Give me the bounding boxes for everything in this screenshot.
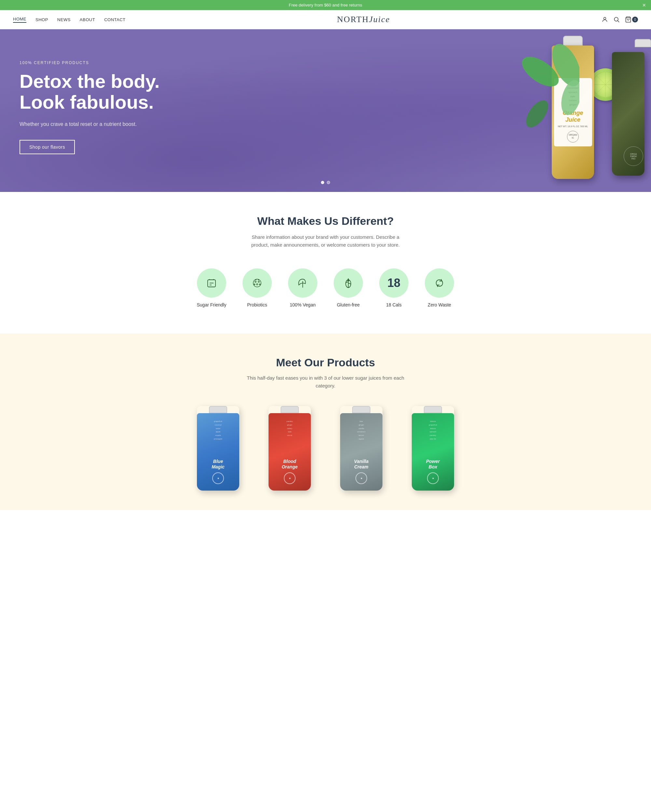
power-box-label: PowerBox [426, 459, 440, 470]
cart-icon[interactable] [625, 16, 631, 23]
account-icon[interactable] [602, 16, 608, 23]
svg-point-7 [522, 97, 552, 131]
features-title: What Makes Us Different? [13, 215, 638, 227]
feature-probiotics: Probiotics [241, 269, 274, 307]
header: HOME SHOP NEWS ABOUT CONTACT NORTHJuice … [0, 10, 651, 29]
hero-dot-2[interactable] [327, 181, 330, 184]
hero-cta-button[interactable]: Shop our flavors [20, 140, 75, 154]
vanilla-cream-bottle: kiwigingervanillacinnamonlemonagave Vani… [340, 406, 382, 491]
dark-bottle-badge: ORGAFARMING [623, 147, 643, 166]
nav-news[interactable]: NEWS [57, 17, 70, 22]
announcement-close[interactable]: × [642, 2, 646, 8]
logo-italic: Juice [369, 15, 390, 24]
feature-sugar-friendly: Sugar Friendly [195, 269, 228, 307]
hero-content: 100% CERTIFIED PRODUCTS Detox the body. … [20, 61, 176, 154]
cals-icon: 18 [379, 269, 408, 298]
probiotics-label: Probiotics [247, 302, 267, 307]
blue-magic-badge: ★ [212, 472, 224, 484]
svg-point-23 [260, 284, 260, 285]
main-nav: HOME SHOP NEWS ABOUT CONTACT [13, 17, 126, 23]
feature-vegan: 100% Vegan [286, 269, 319, 307]
svg-rect-13 [208, 280, 215, 287]
products-section: Meet Our Products This half-day fast eas… [0, 333, 651, 510]
blue-magic-ingredients: grapefruitcoconutwaterapplesupplepineapp… [197, 420, 239, 441]
product-vanilla-cream[interactable]: kiwigingervanillacinnamonlemonagave Vani… [330, 406, 392, 491]
blood-orange-cap [281, 406, 299, 413]
cart-count: 0 [632, 17, 638, 23]
power-box-badge: ★ [427, 472, 439, 484]
svg-point-24 [255, 279, 256, 280]
svg-point-21 [257, 284, 258, 285]
features-subtitle: Share information about your brand with … [244, 233, 407, 249]
features-grid: Sugar Friendly Probiotics [13, 269, 638, 307]
leaves-decoration [521, 39, 579, 137]
blue-magic-bottle: grapefruitcoconutwaterapplesupplepineapp… [197, 406, 239, 491]
header-icons: 0 [602, 16, 638, 23]
hero-image-area: applecucumberspinachkaleLemonginger Oran… [293, 29, 651, 192]
power-box-bottle: lettucegrapefruitlettucespinachparsleyal… [412, 406, 454, 491]
hero-dots [321, 181, 330, 184]
hero-subtitle: Whether you crave a total reset or a nut… [20, 121, 176, 128]
bottle-dark: ORGAFARMING [612, 52, 645, 176]
nav-contact[interactable]: CONTACT [104, 17, 125, 22]
blue-magic-cap [209, 406, 227, 413]
power-box-body: lettucegrapefruitlettucespinachparsleyal… [412, 413, 454, 491]
svg-point-1 [614, 17, 618, 21]
svg-point-5 [558, 78, 579, 118]
gluten-free-label: Gluten-free [337, 302, 360, 307]
product-blue-magic[interactable]: grapefruitcoconutwaterapplesupplepineapp… [187, 406, 249, 491]
product-blood-orange[interactable]: parsleygingercelerykalecarrot BloodOrang… [259, 406, 321, 491]
vanilla-cream-label: VanillaCream [354, 459, 369, 470]
svg-line-2 [618, 21, 619, 23]
power-box-ingredients: lettucegrapefruitlettucespinachparsleyal… [412, 420, 454, 441]
cals-label: 18 Cals [386, 302, 401, 307]
zero-waste-icon [425, 269, 454, 298]
cart-icon-wrap[interactable]: 0 [625, 16, 638, 23]
feature-18-cals: 18 18 Cals [377, 269, 410, 307]
feature-zero-waste: Zero Waste [423, 269, 456, 307]
blue-magic-label: BlueMagic [212, 459, 225, 470]
vegan-label: 100% Vegan [290, 302, 315, 307]
logo: NORTHJuice [126, 15, 602, 24]
svg-point-22 [254, 284, 255, 285]
probiotics-icon [243, 269, 272, 298]
blood-orange-label: BloodOrange [281, 459, 298, 470]
nav-home[interactable]: HOME [13, 17, 26, 23]
svg-point-0 [604, 17, 606, 20]
svg-point-25 [258, 279, 259, 280]
products-subtitle: This half-day fast eases you in with 3 o… [244, 374, 407, 390]
features-section: What Makes Us Different? Share informati… [0, 192, 651, 333]
products-title: Meet Our Products [13, 356, 638, 369]
nav-about[interactable]: ABOUT [80, 17, 95, 22]
vanilla-cream-badge: ★ [355, 472, 367, 484]
vanilla-cream-ingredients: kiwigingervanillacinnamonlemonagave [340, 420, 382, 441]
svg-point-19 [255, 281, 256, 282]
hero-dot-1[interactable] [321, 181, 324, 184]
blue-magic-body: grapefruitcoconutwaterapplesupplepineapp… [197, 413, 239, 491]
zero-waste-label: Zero Waste [428, 302, 451, 307]
vanilla-cream-cap [352, 406, 370, 413]
hero-section: 100% CERTIFIED PRODUCTS Detox the body. … [0, 29, 651, 192]
search-icon[interactable] [613, 16, 620, 23]
nav-shop[interactable]: SHOP [35, 17, 48, 22]
blood-orange-bottle: parsleygingercelerykalecarrot BloodOrang… [269, 406, 311, 491]
svg-point-18 [253, 279, 261, 287]
bottle-dark-cap [635, 39, 651, 47]
power-box-cap [424, 406, 442, 413]
vegan-icon [288, 269, 317, 298]
gluten-free-icon [334, 269, 363, 298]
hero-badge: 100% CERTIFIED PRODUCTS [20, 61, 176, 65]
hero-bottle-dark-wrap: ORGAFARMING [635, 39, 651, 47]
sugar-friendly-icon [197, 269, 226, 298]
hero-title: Detox the body. Look fabulous. [20, 71, 176, 113]
announcement-bar: Free delivery from $60 and free returns … [0, 0, 651, 10]
blood-orange-body: parsleygingercelerykalecarrot BloodOrang… [269, 413, 311, 491]
vanilla-cream-body: kiwigingervanillacinnamonlemonagave Vani… [340, 413, 382, 491]
announcement-text: Free delivery from $60 and free returns [289, 3, 362, 8]
blood-orange-badge: ★ [284, 472, 296, 484]
product-power-box[interactable]: lettucegrapefruitlettucespinachparsleyal… [402, 406, 464, 491]
blood-orange-ingredients: parsleygingercelerykalecarrot [269, 420, 311, 437]
sugar-friendly-label: Sugar Friendly [197, 302, 226, 307]
svg-point-20 [258, 281, 260, 282]
products-grid: grapefruitcoconutwaterapplesupplepineapp… [13, 406, 638, 491]
